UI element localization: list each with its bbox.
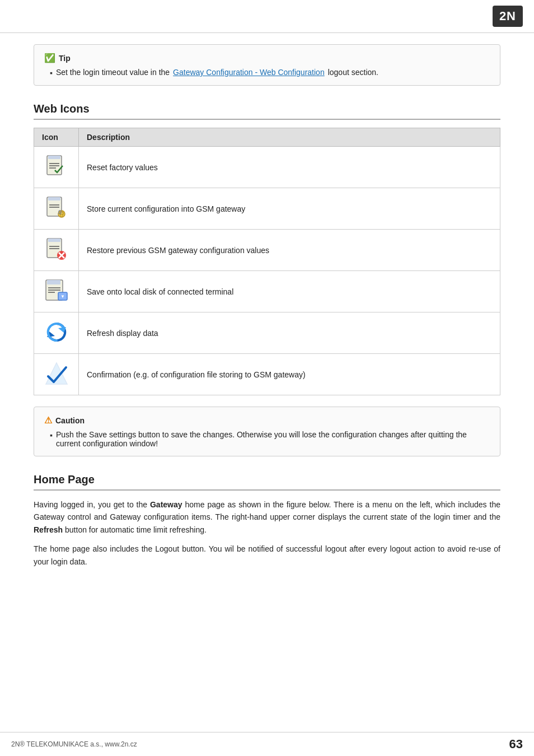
restore-config-icon: [34, 230, 79, 271]
icon-description: Store current configuration into GSM gat…: [79, 188, 500, 230]
tip-label: Tip: [59, 54, 71, 63]
svg-rect-21: [47, 280, 60, 284]
refresh-icon: [44, 319, 69, 345]
tip-body: Set the login timeout value in the Gatew…: [44, 68, 490, 77]
svg-rect-6: [48, 197, 60, 200]
tip-header: ✅ Tip: [44, 53, 490, 63]
tip-text-after: logout section.: [328, 68, 378, 77]
icon-description: Restore previous GSM gateway configurati…: [79, 230, 500, 271]
home-page-heading: Home Page: [34, 473, 500, 491]
svg-text:▼: ▼: [60, 294, 65, 299]
logo-badge: 2N: [493, 6, 523, 27]
col-description-header: Description: [79, 128, 500, 147]
svg-marker-29: [46, 363, 67, 384]
col-icon-header: Icon: [34, 128, 79, 147]
home-para2: The home page also includes the Logout b…: [34, 543, 500, 568]
restore-config-icon: [44, 236, 69, 262]
footer-left: 2N® TELEKOMUNIKACE a.s., www.2n.cz: [11, 740, 137, 748]
home-para1: Having logged in, you get to the Gateway…: [34, 498, 500, 536]
caution-label: Caution: [55, 416, 85, 425]
footer-page: 63: [509, 737, 523, 752]
tip-icon: ✅: [44, 53, 55, 63]
table-row: Store current configuration into GSM gat…: [34, 188, 500, 230]
tip-link[interactable]: Gateway Configuration - Web Configuratio…: [173, 68, 325, 77]
table-row: Reset factory values: [34, 147, 500, 188]
page-footer: 2N® TELEKOMUNIKACE a.s., www.2n.cz 63: [0, 732, 534, 756]
table-row: Restore previous GSM gateway configurati…: [34, 230, 500, 271]
refresh-icon: [34, 312, 79, 354]
main-content: ✅ Tip Set the login timeout value in the…: [0, 33, 534, 597]
page-header: 2N: [0, 0, 534, 33]
web-icons-heading: Web Icons: [34, 102, 500, 120]
web-icons-section: Web Icons Icon Description Reset factory…: [34, 102, 500, 395]
tip-box: ✅ Tip Set the login timeout value in the…: [34, 44, 500, 86]
tip-text-before: Set the login timeout value in the: [56, 68, 170, 77]
icons-table: Icon Description Reset factory values St…: [34, 128, 500, 395]
icon-description: Confirmation (e.g. of configuration file…: [79, 354, 500, 395]
home-page-section: Home Page Having logged in, you get to t…: [34, 473, 500, 568]
reset-factory-icon: [44, 153, 69, 179]
table-row: Confirmation (e.g. of configuration file…: [34, 354, 500, 395]
svg-rect-14: [48, 239, 60, 242]
svg-rect-1: [48, 156, 60, 159]
reset-factory-icon: [34, 147, 79, 188]
caution-body: Push the Save settings button to save th…: [44, 430, 490, 448]
icon-description: Reset factory values: [79, 147, 500, 188]
confirm-icon: [44, 361, 69, 386]
save-local-icon: ▼: [44, 278, 69, 304]
icon-description: Save onto local disk of connected termin…: [79, 271, 500, 312]
caution-box: ⚠ Caution Push the Save settings button …: [34, 407, 500, 456]
icon-description: Refresh display data: [79, 312, 500, 354]
store-config-icon: [44, 195, 69, 221]
caution-header: ⚠ Caution: [44, 415, 490, 426]
svg-rect-11: [60, 214, 63, 217]
caution-icon: ⚠: [44, 415, 52, 426]
table-row: Refresh display data: [34, 312, 500, 354]
confirm-icon: [34, 354, 79, 395]
caution-text: Push the Save settings button to save th…: [56, 430, 490, 448]
save-local-icon: ▼: [34, 271, 79, 312]
table-row: ▼ Save onto local disk of connected term…: [34, 271, 500, 312]
store-config-icon: [34, 188, 79, 230]
